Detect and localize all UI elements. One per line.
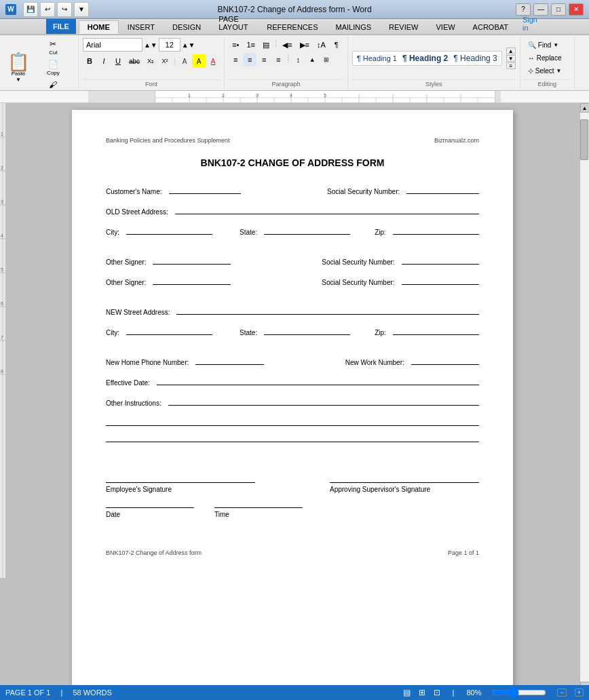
select-btn[interactable]: ⊹ Select ▼	[525, 65, 570, 77]
view-web-btn[interactable]: ⊡	[434, 688, 440, 697]
city1-row: City: State: Zip:	[106, 225, 479, 236]
design-tab[interactable]: DESIGN	[164, 20, 210, 34]
city1-label: City:	[106, 229, 119, 236]
paragraph-group: ≡• 1≡ ▤ | ◀≡ ▶≡ ↕A ¶ ≡ ≡ ≡ ≡ | ↕ ▲	[225, 37, 348, 89]
mailings-tab[interactable]: MAILINGS	[327, 20, 381, 34]
styles-more-btn[interactable]: ≡	[506, 62, 516, 69]
doc-footer: BNK107-2 Change of Address form Page 1 o…	[106, 545, 479, 556]
sort-btn[interactable]: ↕A	[314, 38, 329, 52]
decrease-indent-btn[interactable]: ◀≡	[279, 38, 295, 52]
state2-line	[264, 326, 350, 335]
references-tab[interactable]: REFERENCES	[258, 20, 326, 34]
replace-btn[interactable]: ↔ Replace	[525, 52, 570, 64]
insert-tab[interactable]: INSERT	[119, 20, 164, 34]
line-spacing-btn[interactable]: ↕	[291, 53, 305, 66]
paragraph-label: Paragraph	[229, 79, 343, 89]
view-tab[interactable]: VIEW	[427, 20, 463, 34]
document-page: Banking Policies and Procedures Suppleme…	[72, 110, 513, 691]
undo-btn[interactable]: ↩	[40, 2, 55, 17]
ribbon-toolbar: 📋 Paste ▼ ✂Cut 📄Copy 🖌Format Painter Cli…	[0, 35, 589, 91]
effective-date-line	[157, 376, 479, 385]
save-btn[interactable]: 💾	[23, 2, 38, 17]
align-left-btn[interactable]: ≡	[229, 53, 242, 66]
text-highlight-btn[interactable]: A	[192, 54, 206, 68]
find-icon: 🔍	[528, 41, 536, 49]
show-hide-btn[interactable]: ¶	[330, 38, 343, 52]
window-title: BNK107-2 Change of Address form - Word	[217, 5, 371, 14]
state1-line	[264, 225, 350, 235]
home-tab[interactable]: HOME	[79, 20, 119, 34]
redo-btn[interactable]: ↪	[57, 2, 72, 17]
font-name-input[interactable]	[83, 38, 142, 52]
text-effect-btn[interactable]: A	[178, 54, 191, 68]
ssn1-line	[406, 184, 479, 194]
heading2-style[interactable]: ¶ Heading 2	[402, 54, 448, 63]
svg-text:5: 5	[1, 267, 3, 272]
borders-btn[interactable]: ⊞	[320, 53, 333, 66]
effective-date-row: Effective Date:	[106, 376, 479, 387]
find-btn[interactable]: 🔍 Find ▼	[525, 39, 570, 51]
align-center-btn[interactable]: ≡	[243, 53, 256, 66]
styles-inner: ¶ Heading 1 ¶ Heading 2 ¶ Heading 3 ▲ ▼ …	[352, 38, 516, 78]
view-full-btn[interactable]: ⊞	[419, 688, 425, 697]
svg-text:2: 2	[1, 166, 3, 170]
work-phone-label: New Work Number:	[345, 359, 404, 366]
spacer1	[106, 246, 479, 255]
page-layout-tab[interactable]: PAGE LAYOUT	[210, 12, 258, 34]
page-info: PAGE 1 OF 1	[5, 688, 50, 697]
ruler-inner: 1 2 3 4 5	[155, 91, 495, 102]
underline-btn[interactable]: U	[111, 54, 125, 68]
styles-up-btn[interactable]: ▲	[506, 47, 516, 54]
numbering-btn[interactable]: 1≡	[243, 38, 259, 52]
align-right-btn[interactable]: ≡	[257, 53, 271, 66]
restore-btn[interactable]: □	[551, 3, 566, 16]
file-tab[interactable]: FILE	[46, 19, 76, 34]
bold-btn[interactable]: B	[83, 54, 96, 68]
time-label: Time	[214, 511, 303, 518]
zoom-plus-btn[interactable]: +	[575, 688, 584, 697]
heading3-style[interactable]: ¶ Heading 3	[453, 54, 497, 63]
shading-btn[interactable]: ▲	[305, 53, 319, 66]
paste-arrow: ▼	[16, 77, 21, 83]
zoom-btn[interactable]: −	[557, 688, 566, 697]
customer-name-row: Customer's Name: Social Security Number:	[106, 184, 479, 195]
zoom-slider[interactable]	[492, 687, 546, 698]
styles-down-btn[interactable]: ▼	[506, 55, 516, 62]
scrollbar-thumb[interactable]	[580, 119, 588, 160]
bullets-btn[interactable]: ≡•	[229, 38, 242, 52]
font-size-input[interactable]	[159, 38, 180, 52]
close-btn[interactable]: ✕	[569, 3, 584, 16]
superscript-btn[interactable]: X²	[158, 54, 172, 68]
spacer4	[106, 449, 479, 469]
copy-btn[interactable]: 📄Copy	[33, 58, 74, 77]
font-color-btn[interactable]: A	[206, 54, 220, 68]
paste-icon: 📋	[7, 53, 29, 71]
title-bar-left: W 💾 ↩ ↪ ▼	[5, 2, 92, 17]
clipboard-inner: 📋 Paste ▼ ✂Cut 📄Copy 🖌Format Painter	[5, 38, 74, 98]
increase-indent-btn[interactable]: ▶≡	[297, 38, 313, 52]
scroll-up-btn[interactable]: ▲	[580, 103, 590, 113]
paste-btn[interactable]: 📋 Paste ▼	[5, 51, 31, 85]
view-print-btn[interactable]: ▤	[403, 688, 411, 697]
heading1-style[interactable]: ¶ Heading 1	[357, 54, 397, 62]
acrobat-tab[interactable]: ACROBAT	[464, 20, 517, 34]
employee-sig-block: Employee's Signature	[106, 469, 255, 493]
ssn1-label: Social Security Number:	[327, 188, 400, 195]
right-scrollbar[interactable]: ▲ ▼	[580, 103, 589, 691]
font-size-arrow[interactable]: ▲▼	[182, 41, 195, 49]
sign-in-btn[interactable]: Sign in	[517, 14, 543, 34]
customize-btn[interactable]: ▼	[74, 2, 89, 17]
other-instructions-line	[168, 396, 479, 406]
justify-btn[interactable]: ≡	[271, 53, 285, 66]
old-street-row: OLD Street Address:	[106, 205, 479, 216]
ssn2-line	[402, 255, 479, 265]
cut-btn[interactable]: ✂Cut	[33, 38, 74, 57]
multilevel-btn[interactable]: ▤	[259, 38, 273, 52]
home-phone-label: New Home Phone Number:	[106, 359, 189, 366]
italic-btn[interactable]: I	[97, 54, 111, 68]
font-name-arrow[interactable]: ▲▼	[144, 41, 157, 49]
page-area: Banking Policies and Procedures Suppleme…	[5, 103, 580, 691]
subscript-btn[interactable]: X₂	[144, 54, 157, 68]
strikethrough-btn[interactable]: abc	[126, 54, 143, 68]
review-tab[interactable]: REVIEW	[380, 20, 427, 34]
